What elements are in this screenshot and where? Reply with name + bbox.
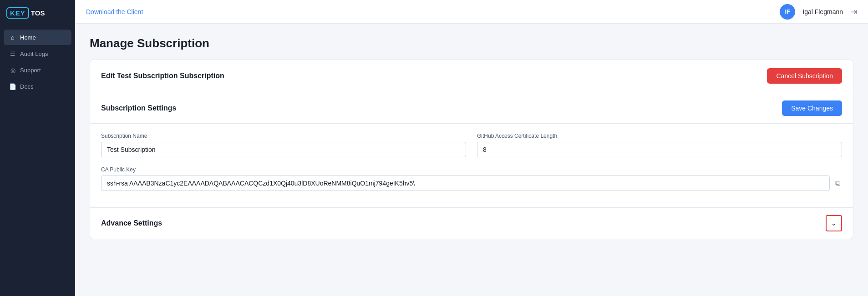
github-cert-label: GitHub Access Certificate Length bbox=[477, 133, 842, 139]
advance-settings-toggle[interactable]: ⌄ bbox=[826, 215, 842, 231]
logo-key: KEY bbox=[6, 7, 29, 19]
subscription-name-label: Subscription Name bbox=[101, 133, 466, 139]
home-icon: ⌂ bbox=[9, 34, 16, 41]
main-card: Edit Test Subscription Subscription Canc… bbox=[90, 60, 853, 239]
sidebar-nav: ⌂ Home ☰ Audit Logs ◎ Support 📄 Docs bbox=[0, 26, 75, 98]
sidebar-item-audit-logs[interactable]: ☰ Audit Logs bbox=[4, 46, 71, 61]
content: Manage Subscription Edit Test Subscripti… bbox=[75, 24, 868, 296]
settings-section: Subscription Settings Save Changes Subsc… bbox=[90, 92, 853, 239]
user-name: Igal Flegmann bbox=[802, 8, 843, 15]
topbar-right: IF Igal Flegmann ⇥ bbox=[780, 4, 857, 20]
audit-logs-icon: ☰ bbox=[9, 50, 16, 57]
sidebar-item-label-support: Support bbox=[20, 67, 41, 74]
page-title: Manage Subscription bbox=[90, 36, 853, 50]
settings-title: Subscription Settings bbox=[101, 104, 176, 112]
edit-subscription-title: Edit Test Subscription Subscription bbox=[101, 72, 224, 80]
docs-icon: 📄 bbox=[9, 83, 16, 90]
ca-key-group: CA Public Key ⧉ bbox=[101, 166, 842, 198]
logo: KEY TOS bbox=[0, 0, 75, 26]
card-header: Edit Test Subscription Subscription Canc… bbox=[90, 60, 853, 92]
logo-tos: TOS bbox=[31, 9, 45, 17]
sidebar-item-home[interactable]: ⌂ Home bbox=[4, 30, 71, 45]
subscription-name-input[interactable] bbox=[101, 142, 466, 157]
support-icon: ◎ bbox=[9, 66, 16, 74]
sidebar-item-label-audit: Audit Logs bbox=[20, 50, 48, 57]
save-changes-button[interactable]: Save Changes bbox=[782, 100, 842, 116]
main-area: Download the Client IF Igal Flegmann ⇥ M… bbox=[75, 0, 868, 296]
ca-public-key-input[interactable] bbox=[101, 176, 830, 191]
github-cert-group: GitHub Access Certificate Length bbox=[477, 133, 842, 157]
sidebar: KEY TOS ⌂ Home ☰ Audit Logs ◎ Support 📄 … bbox=[0, 0, 75, 296]
advance-settings-row[interactable]: Advance Settings ⌄ bbox=[90, 207, 853, 239]
settings-body: Subscription Name GitHub Access Certific… bbox=[90, 124, 853, 207]
ca-public-key-label: CA Public Key bbox=[101, 166, 842, 173]
sidebar-item-label-home: Home bbox=[20, 34, 36, 41]
github-cert-input[interactable] bbox=[477, 142, 842, 157]
download-client-link[interactable]: Download the Client bbox=[86, 8, 143, 15]
logout-icon[interactable]: ⇥ bbox=[850, 7, 857, 17]
sidebar-item-label-docs: Docs bbox=[20, 83, 34, 90]
sidebar-item-docs[interactable]: 📄 Docs bbox=[4, 79, 71, 94]
form-row-1: Subscription Name GitHub Access Certific… bbox=[101, 133, 842, 157]
topbar: Download the Client IF Igal Flegmann ⇥ bbox=[75, 0, 868, 24]
advance-settings-title: Advance Settings bbox=[101, 219, 162, 227]
copy-icon[interactable]: ⧉ bbox=[833, 177, 842, 189]
subscription-name-group: Subscription Name bbox=[101, 133, 466, 157]
topbar-left: Download the Client bbox=[86, 8, 143, 16]
settings-header: Subscription Settings Save Changes bbox=[90, 92, 853, 124]
cancel-subscription-button[interactable]: Cancel Subscription bbox=[767, 68, 842, 84]
ca-key-row: ⧉ bbox=[101, 176, 842, 191]
sidebar-item-support[interactable]: ◎ Support bbox=[4, 62, 71, 78]
avatar: IF bbox=[780, 4, 795, 20]
chevron-down-icon: ⌄ bbox=[831, 220, 837, 227]
